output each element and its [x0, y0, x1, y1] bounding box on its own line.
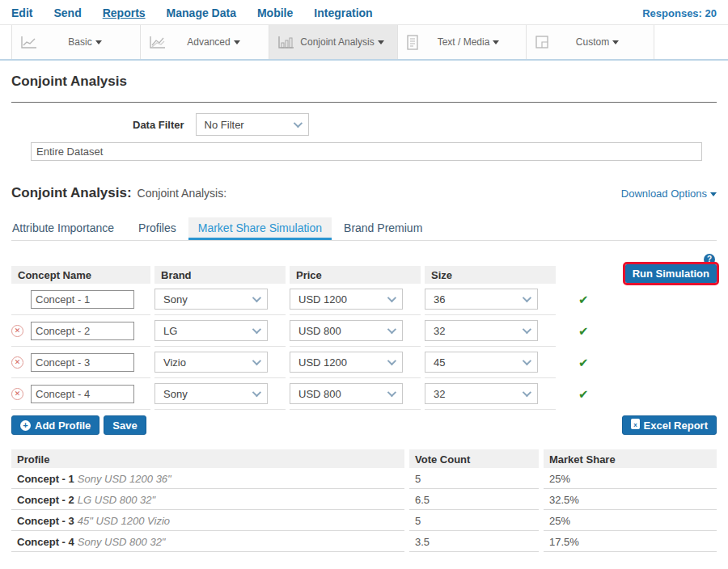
- add-profile-button[interactable]: + Add Profile: [11, 415, 99, 435]
- nav-item-reports[interactable]: Reports: [103, 6, 146, 19]
- result-vote-count: 5: [409, 468, 539, 489]
- save-button[interactable]: Save: [104, 415, 146, 435]
- concept-name-input[interactable]: [31, 322, 134, 340]
- concept-name-input[interactable]: [31, 385, 134, 403]
- page-title: Conjoint Analysis: [11, 74, 717, 90]
- toolbar-item-advanced[interactable]: Advanced: [140, 25, 269, 59]
- results-header-market-share: Market Share: [544, 449, 717, 468]
- bar-line-chart-icon: [277, 36, 295, 49]
- column-header-size: Size: [425, 266, 556, 284]
- chevron-down-icon: [612, 40, 619, 44]
- valid-check-icon: ✔: [560, 315, 717, 347]
- result-vote-count: 6.5: [409, 489, 539, 510]
- toolbar-item-basic[interactable]: Basic: [11, 25, 140, 59]
- column-header-price: Price: [290, 266, 421, 284]
- price-select[interactable]: USD 1200: [290, 352, 403, 373]
- price-select[interactable]: USD 800: [290, 320, 403, 341]
- tab-market-share-simulation[interactable]: Market Share Simulation: [188, 217, 332, 240]
- brand-select[interactable]: Vizio: [154, 352, 268, 373]
- chevron-down-icon: [95, 40, 102, 44]
- simulation-table: Run Simulation Concept Name Brand Price …: [11, 266, 717, 410]
- toolbar-item-custom[interactable]: Custom: [526, 25, 654, 59]
- data-filter-value: No Filter: [205, 119, 244, 131]
- toolbar-label: Text / Media: [438, 36, 490, 48]
- size-select[interactable]: 36: [425, 289, 538, 310]
- multi-line-chart-icon: [149, 36, 167, 49]
- document-icon: [406, 35, 419, 50]
- excel-report-button[interactable]: x Excel Report: [622, 415, 717, 435]
- column-header-brand: Brand: [154, 266, 286, 284]
- divider: [11, 102, 717, 103]
- brand-select[interactable]: LG: [154, 320, 268, 341]
- section-title: Conjoint Analysis:: [11, 185, 132, 201]
- download-options-button[interactable]: Download Options: [621, 188, 717, 200]
- price-select[interactable]: USD 800: [290, 383, 403, 404]
- chevron-down-icon: [252, 293, 261, 302]
- result-market-share: 25%: [544, 468, 717, 489]
- chevron-down-icon: [493, 40, 499, 44]
- valid-check-icon: ✔: [560, 378, 717, 410]
- chevron-down-icon: [252, 356, 261, 365]
- chevron-down-icon: [523, 325, 531, 334]
- layout-icon: [535, 35, 549, 49]
- nav-item-mobile[interactable]: Mobile: [257, 6, 293, 19]
- toolbar-label: Conjoint Analysis: [300, 36, 374, 48]
- data-filter-row: Data Filter No Filter: [133, 113, 717, 136]
- chevron-down-icon: [523, 356, 531, 365]
- toolbar-item-text-media[interactable]: Text / Media: [397, 25, 526, 59]
- report-tabs: Attribute Importance Profiles Market Sha…: [11, 217, 717, 241]
- chevron-down-icon: [387, 388, 396, 397]
- size-select[interactable]: 32: [425, 320, 538, 341]
- brand-select[interactable]: Sony: [154, 289, 268, 310]
- size-select[interactable]: 45: [425, 352, 538, 373]
- result-profile: Concept - 345" USD 1200 Vizio: [11, 510, 404, 531]
- delete-row-icon[interactable]: ✕: [11, 356, 23, 369]
- nav-item-integration[interactable]: Integration: [314, 6, 372, 19]
- result-profile: Concept - 4Sony USD 800 32": [11, 531, 404, 552]
- section-header: Conjoint Analysis: Conjoint Analysis: Do…: [11, 185, 717, 201]
- result-market-share: 32.5%: [544, 489, 717, 510]
- brand-select[interactable]: Sony: [154, 383, 268, 404]
- chevron-down-icon: [387, 293, 396, 302]
- chevron-down-icon: [710, 192, 717, 196]
- toolbar-item-conjoint-analysis[interactable]: Conjoint Analysis: [269, 25, 397, 59]
- chevron-down-icon: [252, 388, 261, 397]
- results-table: Profile Vote Count Market Share Concept …: [11, 449, 717, 552]
- nav-item-edit[interactable]: Edit: [11, 6, 32, 19]
- tab-profiles[interactable]: Profiles: [126, 217, 188, 240]
- help-row: ?: [13, 251, 715, 262]
- column-header-concept-name: Concept Name: [11, 266, 150, 284]
- dataset-input[interactable]: [31, 142, 702, 161]
- action-buttons: + Add Profile Save x Excel Report: [11, 415, 717, 435]
- result-profile: Concept - 1Sony USD 1200 36": [11, 468, 404, 489]
- chevron-down-icon: [234, 40, 240, 44]
- chevron-down-icon: [378, 40, 384, 44]
- delete-row-icon[interactable]: ✕: [11, 388, 23, 400]
- line-chart-icon: [20, 36, 38, 49]
- concept-row: ✕ Sony USD 800 32 ✔: [11, 378, 717, 410]
- price-select[interactable]: USD 1200: [290, 289, 403, 310]
- help-icon[interactable]: ?: [704, 254, 715, 265]
- tab-brand-premium[interactable]: Brand Premium: [332, 217, 434, 240]
- toolbar-label: Advanced: [187, 36, 230, 48]
- data-filter-select[interactable]: No Filter: [196, 113, 309, 136]
- tab-attribute-importance[interactable]: Attribute Importance: [11, 217, 126, 240]
- run-simulation-button[interactable]: Run Simulation: [625, 264, 717, 283]
- concept-name-input[interactable]: [31, 353, 134, 372]
- valid-check-icon: ✔: [560, 284, 717, 315]
- responses-count[interactable]: Responses: 20: [642, 7, 717, 19]
- delete-row-icon[interactable]: ✕: [11, 325, 23, 337]
- result-profile: Concept - 2LG USD 800 32": [11, 489, 404, 510]
- toolbar-label: Custom: [576, 36, 609, 48]
- result-market-share: 25%: [544, 510, 717, 531]
- chevron-down-icon: [523, 388, 531, 397]
- nav-item-send[interactable]: Send: [53, 6, 81, 19]
- size-select[interactable]: 32: [425, 383, 538, 404]
- svg-text:x: x: [633, 421, 637, 428]
- result-market-share: 17.5%: [544, 531, 717, 552]
- result-vote-count: 3.5: [409, 531, 539, 552]
- concept-name-input[interactable]: [31, 290, 134, 309]
- concept-row: ✕ LG USD 800 32 ✔: [11, 315, 717, 347]
- results-header-profile: Profile: [11, 449, 404, 468]
- nav-item-manage-data[interactable]: Manage Data: [167, 6, 236, 19]
